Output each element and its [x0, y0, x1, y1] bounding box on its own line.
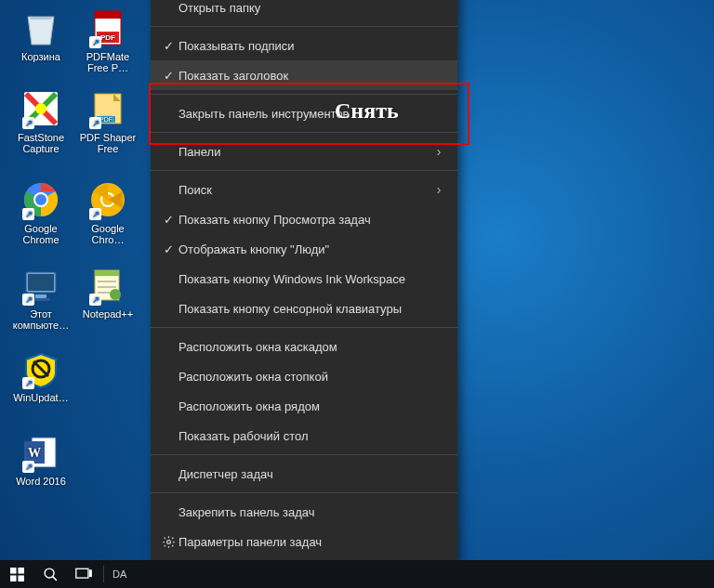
ctx-open-folder[interactable]: Открыть папку [151, 0, 457, 22]
ctx-show-labels[interactable]: ✓ Показывать подписи [151, 31, 457, 60]
chevron-right-icon: › [433, 182, 444, 197]
gear-icon [158, 535, 178, 549]
svg-rect-8 [32, 298, 50, 301]
desktop-icon-winupdate[interactable]: WinUpdat… [7, 348, 74, 403]
icon-label: PDF Shaper Free [80, 132, 137, 154]
svg-text:PDF: PDF [100, 33, 115, 42]
icon-label: Notepad++ [83, 308, 133, 320]
ctx-label: Показывать подписи [178, 39, 444, 53]
svg-rect-38 [90, 570, 92, 577]
icon-label: Word 2016 [16, 476, 66, 487]
ctx-label: Закрыть панель инструментов [178, 107, 444, 121]
shortcut-arrow-icon [22, 117, 34, 129]
svg-rect-25 [95, 270, 119, 276]
svg-rect-6 [28, 274, 54, 291]
ctx-show-title[interactable]: ✓ Показать заголовок [151, 60, 457, 90]
ctx-sidebyside[interactable]: Расположить окна рядом [151, 391, 457, 421]
desktop-icon-word[interactable]: W Word 2016 [7, 432, 74, 487]
shortcut-arrow-icon [89, 294, 101, 306]
svg-point-35 [45, 568, 54, 578]
taskbar-toolbar[interactable]: DA [107, 568, 132, 580]
shortcut-arrow-icon [22, 294, 34, 306]
ctx-cascade[interactable]: Расположить окна каскадом [151, 332, 457, 361]
search-button[interactable] [33, 560, 67, 588]
ctx-label: Показать кнопку сенсорной клавиатуры [178, 302, 444, 316]
taskbar-context-menu: Вид › Открыть папку ✓ Показывать подписи… [151, 0, 457, 560]
ctx-label: Расположить окна стопкой [178, 370, 444, 384]
taskview-icon [75, 568, 92, 581]
desktop-icon-faststone[interactable]: FastStone Capture [7, 88, 74, 154]
ctx-taskbar-settings[interactable]: Параметры панели задач [151, 527, 457, 556]
svg-line-36 [52, 576, 56, 580]
svg-rect-32 [18, 568, 24, 574]
ctx-label: Панели [178, 145, 433, 159]
desktop-icon-pc[interactable]: Этот компьюте… [7, 265, 74, 331]
ctx-label: Закрепить панель задач [178, 505, 444, 519]
desktop-icon-canary[interactable]: Google Chro… [74, 179, 141, 245]
separator [151, 170, 457, 171]
shortcut-arrow-icon [22, 377, 34, 389]
ctx-label: Расположить окна рядом [178, 399, 444, 413]
ctx-show-desktop[interactable]: Показать рабочий стол [151, 421, 457, 451]
recycle-bin-icon [20, 7, 61, 48]
check-icon: ✓ [158, 242, 178, 256]
ctx-taskmgr[interactable]: Диспетчер задач [151, 459, 457, 489]
ctx-show-taskview[interactable]: ✓ Показать кнопку Просмотра задач [151, 204, 457, 234]
check-icon: ✓ [158, 39, 178, 53]
windows-logo-icon [10, 568, 24, 581]
separator [151, 94, 457, 95]
shortcut-arrow-icon [22, 208, 34, 220]
svg-text:PDF: PDF [99, 116, 112, 123]
icon-label: WinUpdat… [13, 392, 68, 403]
ctx-label: Показать кнопку Windows Ink Workspace [178, 272, 444, 286]
search-icon [43, 567, 59, 582]
taskview-button[interactable] [67, 560, 100, 588]
icon-label: Google Chrome [22, 223, 59, 245]
ctx-show-people[interactable]: ✓ Отображать кнопку "Люди" [151, 234, 457, 264]
ctx-show-ink[interactable]: Показать кнопку Windows Ink Workspace [151, 264, 457, 294]
ctx-search[interactable]: Поиск › [151, 175, 457, 204]
svg-rect-15 [95, 11, 121, 19]
taskbar[interactable]: DA [0, 560, 714, 588]
separator [151, 492, 457, 493]
ctx-close-toolbar[interactable]: Закрыть панель инструментов [151, 98, 457, 128]
ctx-label: Поиск [178, 183, 433, 197]
ctx-show-touchkb[interactable]: Показать кнопку сенсорной клавиатуры [151, 294, 457, 323]
icon-label: PDFMate Free P… [86, 51, 129, 73]
icon-label: Этот компьюте… [13, 308, 69, 331]
desktop-icon-pdfmate[interactable]: PDF PDFMate Free P… [74, 7, 141, 73]
shortcut-arrow-icon [89, 117, 101, 129]
svg-point-4 [35, 194, 46, 205]
ctx-label: Показать рабочий стол [178, 429, 444, 443]
svg-rect-31 [10, 568, 17, 574]
ctx-label: Отображать кнопку "Люди" [178, 242, 444, 256]
shortcut-arrow-icon [22, 461, 34, 473]
ctx-label: Показать кнопку Просмотра задач [178, 213, 444, 227]
separator [151, 132, 457, 133]
icon-label: Корзина [21, 51, 60, 62]
desktop-icon-chrome[interactable]: Google Chrome [7, 179, 74, 245]
svg-point-1 [35, 103, 46, 114]
check-icon: ✓ [158, 213, 178, 227]
icon-label: Google Chro… [91, 223, 124, 245]
chevron-right-icon: › [433, 144, 444, 159]
ctx-panels[interactable]: Панели › [151, 137, 457, 166]
svg-rect-33 [10, 575, 17, 581]
svg-rect-37 [76, 568, 88, 578]
shortcut-arrow-icon [89, 208, 101, 220]
svg-text:W: W [28, 446, 41, 460]
desktop-icon-recycle[interactable]: Корзина [7, 7, 74, 62]
taskbar-toolbar-label: DA [112, 568, 126, 580]
desktop-icon-notepadpp[interactable]: Notepad++ [74, 265, 141, 320]
start-button[interactable] [0, 560, 33, 588]
ctx-label: Параметры панели задач [178, 535, 444, 549]
taskbar-separator [103, 566, 104, 582]
desktop-icon-pdfshaper[interactable]: PDF PDF Shaper Free [74, 88, 141, 154]
ctx-lock-taskbar[interactable]: Закрепить панель задач [151, 497, 457, 527]
ctx-label: Расположить окна каскадом [178, 340, 444, 354]
ctx-stack[interactable]: Расположить окна стопкой [151, 361, 457, 391]
svg-point-29 [110, 289, 121, 300]
ctx-label: Диспетчер задач [178, 467, 444, 481]
icon-label: FastStone Capture [18, 132, 64, 154]
ctx-label: Открыть папку [178, 1, 444, 15]
